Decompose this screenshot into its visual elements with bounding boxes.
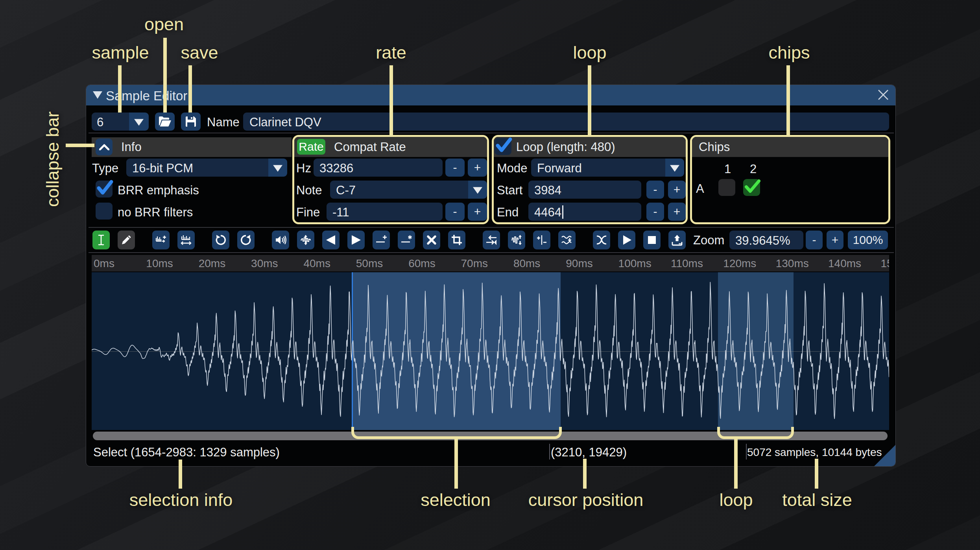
resample-icon bbox=[180, 234, 192, 246]
chips-column-2: 2 bbox=[750, 162, 757, 176]
redo-button[interactable] bbox=[237, 231, 255, 249]
fine-plus-button[interactable]: + bbox=[468, 203, 487, 221]
loop-panel-title: Loop (length: 480) bbox=[516, 140, 615, 154]
chevron-up-icon bbox=[99, 144, 109, 150]
delete-button[interactable] bbox=[423, 231, 440, 249]
upload-button[interactable] bbox=[668, 231, 686, 249]
button-label: - bbox=[653, 205, 657, 218]
zoom-reset-button[interactable]: 100% bbox=[848, 231, 888, 249]
resample-button[interactable] bbox=[177, 231, 195, 249]
sample-selector-arrow[interactable] bbox=[129, 113, 149, 131]
preview-icon bbox=[621, 234, 633, 246]
select-button[interactable] bbox=[92, 231, 110, 249]
resize-icon bbox=[155, 234, 167, 246]
select-icon bbox=[95, 234, 107, 246]
draw-button[interactable] bbox=[118, 231, 135, 249]
ruler-label: 40ms bbox=[303, 257, 330, 270]
button-label: + bbox=[474, 205, 481, 218]
no-brr-filters-checkbox[interactable] bbox=[96, 203, 113, 220]
mode-dropdown[interactable]: Forward bbox=[531, 159, 684, 177]
chip-1-checkbox[interactable] bbox=[718, 179, 735, 196]
zoom-in-button[interactable]: + bbox=[827, 231, 843, 249]
loop-end-minus-button[interactable]: - bbox=[646, 203, 664, 221]
chip-2-checkbox[interactable] bbox=[743, 179, 760, 196]
annotation-line-selection bbox=[454, 438, 458, 489]
loop-start-value: 3984 bbox=[534, 183, 561, 197]
name-input[interactable]: Clarinet DQV bbox=[243, 113, 889, 131]
fade-in-button[interactable] bbox=[322, 231, 340, 249]
button-label: - bbox=[812, 233, 816, 246]
timeline-ruler[interactable]: 0ms10ms20ms30ms40ms50ms60ms70ms80ms90ms1… bbox=[92, 255, 889, 271]
resize-button[interactable] bbox=[152, 231, 170, 249]
undo-button[interactable] bbox=[212, 231, 229, 249]
loop-end-input[interactable]: 4464 bbox=[528, 203, 641, 221]
name-label: Name bbox=[207, 115, 240, 129]
annotation-sample: sample bbox=[92, 42, 149, 63]
window-collapse-icon[interactable] bbox=[93, 91, 102, 99]
waveform-display[interactable] bbox=[92, 272, 889, 430]
waveform-plot bbox=[92, 272, 889, 430]
filter-button[interactable] bbox=[558, 231, 576, 249]
fine-minus-button[interactable]: - bbox=[445, 203, 465, 221]
loop-start-input[interactable]: 3984 bbox=[528, 181, 641, 199]
type-dropdown-arrow[interactable] bbox=[268, 159, 287, 177]
stop-button[interactable] bbox=[643, 231, 661, 249]
loop-start-plus-button[interactable]: + bbox=[668, 181, 686, 199]
titlebar[interactable]: Sample Editor bbox=[86, 85, 895, 105]
close-button[interactable] bbox=[877, 89, 889, 101]
status-separator bbox=[549, 444, 550, 460]
invert-button[interactable] bbox=[508, 231, 525, 249]
insert-silence-icon bbox=[375, 234, 387, 246]
zoom-out-button[interactable]: - bbox=[806, 231, 823, 249]
open-button[interactable] bbox=[155, 113, 175, 131]
hz-plus-button[interactable]: + bbox=[468, 159, 487, 177]
fine-label: Fine bbox=[296, 205, 320, 220]
button-label: + bbox=[674, 205, 681, 218]
loop-end-plus-button[interactable]: + bbox=[668, 203, 686, 221]
fade-out-button[interactable] bbox=[347, 231, 365, 249]
reverse-button[interactable] bbox=[483, 231, 500, 249]
loop-checkbox[interactable] bbox=[495, 138, 511, 155]
button-label: - bbox=[453, 161, 457, 174]
type-dropdown[interactable]: 16-bit PCM bbox=[126, 159, 287, 177]
annotation-line-total-size bbox=[815, 459, 818, 489]
note-dropdown-arrow[interactable] bbox=[468, 181, 487, 199]
check-icon bbox=[94, 178, 114, 197]
apply-silence-button[interactable] bbox=[398, 231, 415, 249]
note-dropdown[interactable]: C-7 bbox=[330, 181, 487, 199]
annotation-collapse-bar: collapse bar bbox=[42, 91, 63, 227]
zoom-input[interactable]: 39.9645% bbox=[729, 231, 803, 249]
sample-selector[interactable]: 6 bbox=[92, 113, 149, 131]
save-button[interactable] bbox=[181, 113, 201, 131]
rate-button[interactable]: Rate bbox=[297, 139, 325, 155]
crossfade-button[interactable] bbox=[593, 231, 610, 249]
sign-button[interactable] bbox=[533, 231, 550, 249]
brr-emphasis-checkbox[interactable] bbox=[96, 181, 113, 197]
fine-value: -11 bbox=[332, 205, 349, 220]
hz-minus-button[interactable]: - bbox=[445, 159, 465, 177]
ruler-label: 10ms bbox=[146, 257, 173, 270]
ruler-label: 130ms bbox=[776, 257, 809, 270]
button-label: - bbox=[653, 183, 657, 196]
amplify-button[interactable] bbox=[272, 231, 289, 249]
annotation-line-collapse-bar bbox=[66, 144, 94, 147]
hz-input[interactable]: 33286 bbox=[314, 159, 443, 177]
preview-button[interactable] bbox=[618, 231, 635, 249]
insert-silence-button[interactable] bbox=[373, 231, 390, 249]
annotation-save: save bbox=[181, 42, 218, 63]
ruler-label: 140ms bbox=[828, 257, 861, 270]
mode-dropdown-arrow[interactable] bbox=[665, 159, 684, 177]
loop-start-minus-button[interactable]: - bbox=[646, 181, 664, 199]
collapse-bar-button[interactable] bbox=[96, 138, 113, 155]
ruler-label: 110ms bbox=[671, 257, 703, 270]
chips-panel-header: Chips bbox=[692, 137, 888, 157]
resize-grip[interactable] bbox=[874, 445, 895, 466]
upload-icon bbox=[671, 234, 683, 246]
normalize-button[interactable] bbox=[297, 231, 314, 249]
annotation-line-rate bbox=[389, 65, 393, 135]
fine-input[interactable]: -11 bbox=[327, 203, 443, 221]
save-icon bbox=[185, 115, 197, 128]
trim-button[interactable] bbox=[448, 231, 465, 249]
chevron-down-icon bbox=[670, 165, 679, 172]
selection-bracket bbox=[351, 427, 562, 439]
